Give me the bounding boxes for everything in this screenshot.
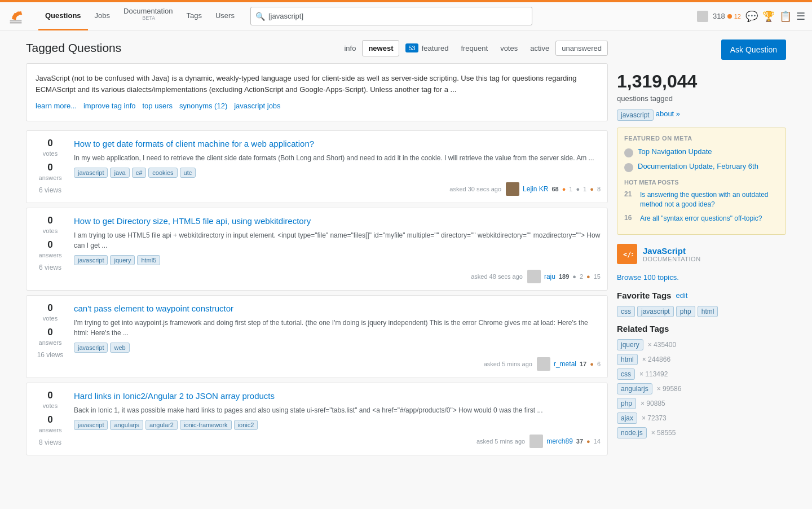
nav-users[interactable]: Users <box>209 2 241 30</box>
tag-angularjs[interactable]: angularjs <box>110 420 143 430</box>
tag-cookies[interactable]: cookies <box>148 168 177 178</box>
user-info: r_metal 17 ●6 <box>537 357 601 371</box>
tag-chip-html[interactable]: html <box>617 354 638 365</box>
featured-on-meta: FEATURED ON META Top Navigation Update D… <box>617 128 786 235</box>
top-users-link[interactable]: top users <box>142 100 172 112</box>
question-tags: javascript java c# cookies utc <box>74 168 601 178</box>
hot-link-1[interactable]: Is answering the question with an outdat… <box>640 190 779 209</box>
username-link[interactable]: r_metal <box>554 360 576 368</box>
tag-ionic2[interactable]: ionic2 <box>234 420 258 430</box>
nav-documentation[interactable]: Documentation BETA <box>117 2 179 30</box>
username-link[interactable]: raju <box>544 273 555 280</box>
featured-meta-title: FEATURED ON META <box>624 135 779 142</box>
tag-javascript[interactable]: javascript <box>74 420 108 430</box>
improve-tag-info-link[interactable]: improve tag info <box>83 100 136 112</box>
question-excerpt: I'm trying to get into waypoint.js frame… <box>74 318 601 338</box>
tag-jquery[interactable]: jquery <box>110 255 135 265</box>
js-doc-info: JavaScript DOCUMENTATION <box>643 246 701 262</box>
user-info: Lejin KR 68 ●1 ●1 ●8 <box>506 182 601 196</box>
username-link[interactable]: Lejin KR <box>523 185 548 193</box>
ask-question-button[interactable]: Ask Question <box>721 40 786 60</box>
hot-link-2[interactable]: Are all "syntax error questions" off-top… <box>640 214 762 223</box>
questions-label: questions tagged <box>617 94 786 103</box>
main-container: Tagged Questions info newest 53featured … <box>17 30 795 469</box>
meta-link-1[interactable]: Top Navigation Update <box>638 147 712 156</box>
meta-link-2[interactable]: Documentation Update, February 6th <box>638 162 758 170</box>
menu-icon[interactable]: ☰ <box>796 10 805 23</box>
tag-ionic-framework[interactable]: ionic-framework <box>180 420 232 430</box>
nav-jobs[interactable]: Jobs <box>88 2 117 30</box>
tag-javascript[interactable]: javascript <box>74 255 108 265</box>
synonyms-link[interactable]: synonyms (12) <box>179 100 227 112</box>
asked-time: asked 30 secs ago <box>449 186 501 192</box>
fav-tag-javascript[interactable]: javascript <box>637 306 674 317</box>
inbox-icon[interactable]: 💬 <box>745 10 758 23</box>
tag-chip-ajax[interactable]: ajax <box>617 413 637 424</box>
logo[interactable] <box>7 7 25 25</box>
question-title-link[interactable]: Hard links in Ionic2/Angular 2 to JSON a… <box>74 390 601 402</box>
fav-tag-css[interactable]: css <box>617 306 635 317</box>
nav-questions[interactable]: Questions <box>38 2 88 30</box>
search-input[interactable] <box>268 12 527 20</box>
tag-web[interactable]: web <box>110 343 129 353</box>
review-icon[interactable]: 📋 <box>779 10 792 23</box>
svg-rect-1 <box>10 21 22 23</box>
question-meta: asked 5 mins ago r_metal 17 ●6 <box>74 357 601 371</box>
related-tag-jquery: jquery × 435400 <box>617 339 786 350</box>
question-stats: 0votes 0answers 8 views <box>33 390 67 448</box>
answers-count: 0answers <box>33 162 67 182</box>
tag-csharp[interactable]: c# <box>132 168 147 178</box>
tag-java[interactable]: java <box>110 168 129 178</box>
tagged-questions-header: Tagged Questions info newest 53featured … <box>26 40 608 56</box>
favorite-tags-edit[interactable]: edit <box>676 291 687 300</box>
tag-html5[interactable]: html5 <box>137 255 160 265</box>
favorite-tag-chips: css javascript php html <box>617 306 786 317</box>
nav-tags[interactable]: Tags <box>180 2 209 30</box>
tag-utc[interactable]: utc <box>180 168 196 178</box>
learn-more-link[interactable]: learn more... <box>36 100 77 112</box>
question-title-link[interactable]: can't pass element to waypoint construct… <box>74 302 601 314</box>
tag-chip-angularjs[interactable]: angularjs <box>617 383 652 394</box>
avatar <box>506 182 519 196</box>
rep-badge-bronze: ● <box>586 273 590 280</box>
related-count-html: × 244866 <box>642 356 670 363</box>
tag-chip-javascript[interactable]: javascript <box>617 109 654 121</box>
browse-topics-link[interactable]: Browse 100 topics. <box>617 273 679 282</box>
tag-javascript[interactable]: javascript <box>74 168 108 178</box>
tab-unanswered[interactable]: unanswered <box>555 41 608 56</box>
fav-tag-html[interactable]: html <box>698 306 718 317</box>
views-count: 6 views <box>33 264 67 271</box>
tab-frequent[interactable]: frequent <box>454 40 494 56</box>
tab-newest[interactable]: newest <box>362 40 399 56</box>
search-icon: 🔍 <box>255 12 265 21</box>
tag-chip-jquery[interactable]: jquery <box>617 339 643 350</box>
question-item: 0votes 0answers 8 views Hard links in Io… <box>26 383 608 455</box>
tab-info[interactable]: info <box>338 40 362 56</box>
trophy-icon[interactable]: 🏆 <box>762 10 775 23</box>
about-link[interactable]: about » <box>656 109 680 121</box>
question-item: 0votes 0answers 16 views can't pass elem… <box>26 295 608 378</box>
question-stats: 0votes 0answers 6 views <box>33 138 67 196</box>
tag-chip-nodejs[interactable]: node.js <box>617 427 647 438</box>
tab-active[interactable]: active <box>524 40 555 56</box>
js-doc-name[interactable]: JavaScript <box>643 246 701 256</box>
tab-featured[interactable]: 53featured <box>399 40 454 56</box>
related-tag-php: php × 90885 <box>617 398 786 409</box>
tag-chip-php[interactable]: php <box>617 398 636 409</box>
tab-votes[interactable]: votes <box>494 40 524 56</box>
views-count: 6 views <box>33 186 67 194</box>
user-rep: 17 <box>580 361 586 367</box>
tag-angular2[interactable]: angular2 <box>145 420 178 430</box>
sidebar: Ask Question 1,319,044 questions tagged … <box>617 40 786 460</box>
question-title-link[interactable]: How to get date formats of client machin… <box>74 138 601 150</box>
username-link[interactable]: merch89 <box>546 437 573 445</box>
question-title-link[interactable]: How to get Directory size, HTML5 file ap… <box>74 215 601 227</box>
tag-javascript[interactable]: javascript <box>74 343 108 353</box>
javascript-jobs-link[interactable]: javascript jobs <box>234 100 280 112</box>
votes-count: 0votes <box>33 390 67 410</box>
user-icon[interactable] <box>697 11 708 22</box>
avatar <box>527 270 541 283</box>
fav-tag-php[interactable]: php <box>676 306 695 317</box>
answers-count: 0answers <box>33 327 67 346</box>
tag-chip-css[interactable]: css <box>617 368 635 380</box>
